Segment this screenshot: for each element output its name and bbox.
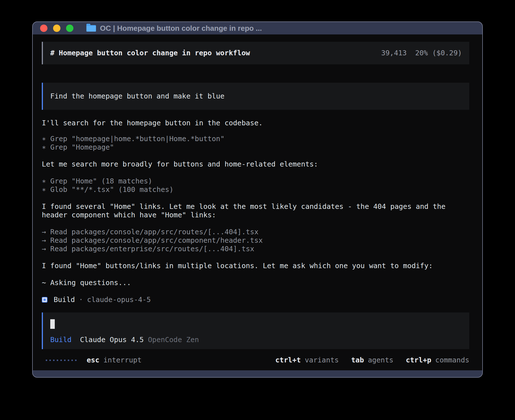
- tool-call-read: → Read packages/enterprise/src/routes/[.…: [42, 245, 469, 253]
- assistant-text: Let me search more broadly for buttons a…: [42, 160, 469, 169]
- tool-call-glob: ∗ Glob "**/*.tsx" (100 matches): [42, 185, 469, 194]
- hint-key: ctrl+t: [275, 356, 301, 364]
- hint-label: commands: [435, 356, 469, 364]
- composer-provider: OpenCode Zen: [148, 336, 199, 344]
- traffic-lights: [40, 25, 73, 32]
- minimize-button[interactable]: [53, 25, 60, 32]
- status-bar: esc interrupt ctrl+t variants tab agents…: [42, 356, 469, 364]
- hint-variants: ctrl+t variants: [275, 356, 339, 364]
- spinner-icon: [46, 360, 77, 361]
- assistant-text: I found "Home" buttons/links in multiple…: [42, 262, 469, 270]
- hint-key: ctrl+p: [406, 356, 431, 364]
- tool-call-read: → Read packages/console/app/src/routes/[…: [42, 228, 469, 236]
- user-message: Find the homepage button and make it blu…: [42, 83, 469, 110]
- status-hints: ctrl+t variants tab agents ctrl+p comman…: [275, 356, 469, 364]
- agent-model: claude-opus-4-5: [87, 296, 151, 304]
- dot-separator: ·: [75, 296, 87, 304]
- hint-commands: ctrl+p commands: [406, 356, 469, 364]
- esc-key: esc: [87, 356, 99, 364]
- zoom-button[interactable]: [66, 25, 73, 32]
- status-left: esc interrupt: [42, 356, 142, 364]
- session-stats: 39,413 20% ($0.29): [381, 49, 462, 57]
- composer-agent[interactable]: Build: [50, 336, 71, 344]
- agent-build-icon: [42, 297, 47, 303]
- tool-call-grep: ∗ Grep "homepage|home.*button|Home.*butt…: [42, 135, 469, 143]
- tool-call-grep: ∗ Grep "Home" (18 matches): [42, 177, 469, 185]
- assistant-text: I found several "Home" links. Let me loo…: [42, 202, 469, 211]
- hint-agents: tab agents: [351, 356, 393, 364]
- assistant-text: I'll search for the homepage button in t…: [42, 119, 469, 127]
- tool-call-grep: ∗ Grep "Homepage": [42, 143, 469, 152]
- hint-label: variants: [305, 356, 339, 364]
- agent-name: Build: [54, 296, 75, 304]
- hint-label: agents: [368, 356, 393, 364]
- message-input[interactable]: Build Claude Opus 4.5 OpenCode Zen: [42, 312, 469, 349]
- window-titlebar[interactable]: OC | Homepage button color change in rep…: [33, 22, 482, 34]
- terminal-window: OC | Homepage button color change in rep…: [32, 21, 483, 378]
- terminal-content: # Homepage button color change in repo w…: [33, 34, 482, 370]
- session-buffer: # Homepage button color change in repo w…: [42, 42, 469, 364]
- session-title: # Homepage button color change in repo w…: [50, 49, 250, 57]
- folder-icon: [86, 25, 96, 32]
- window-title: OC | Homepage button color change in rep…: [100, 24, 262, 33]
- assistant-text: header component which have "Home" links…: [42, 211, 469, 219]
- text-cursor: [50, 319, 55, 329]
- esc-label: interrupt: [103, 356, 141, 364]
- user-message-text: Find the homepage button and make it blu…: [50, 92, 224, 100]
- hint-key: tab: [351, 356, 364, 364]
- assistant-status-text: ~ Asking questions...: [42, 279, 469, 287]
- composer-model[interactable]: Claude Opus 4.5: [80, 336, 144, 344]
- session-header: # Homepage button color change in repo w…: [42, 42, 469, 64]
- composer-meta: Build Claude Opus 4.5 OpenCode Zen: [50, 336, 469, 344]
- agent-status-line: Build · claude-opus-4-5: [42, 296, 469, 304]
- close-button[interactable]: [40, 25, 47, 32]
- tool-call-read: → Read packages/console/app/src/componen…: [42, 236, 469, 245]
